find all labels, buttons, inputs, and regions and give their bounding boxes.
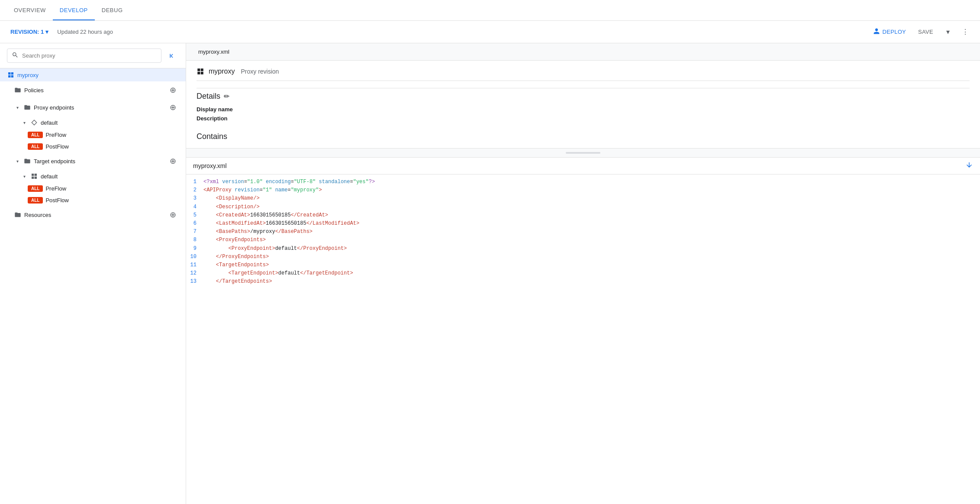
code-line-7: 7 <BasePaths>/myproxy</BasePaths>: [186, 228, 980, 236]
proxy-subtitle: Proxy revision: [241, 68, 279, 75]
tree-item-policies[interactable]: Policies ⊕: [0, 81, 186, 99]
add-target-endpoint-button[interactable]: ⊕: [167, 155, 179, 167]
description-row: Description: [197, 115, 970, 122]
code-line-13: 13 </TargetEndpoints>: [186, 278, 980, 286]
default-proxy-label: default: [41, 120, 179, 126]
code-line-3: 3 <DisplayName/>: [186, 194, 980, 203]
sidebar: myproxy Policies ⊕ ▾ Proxy endpoints ⊕ ▾: [0, 43, 186, 504]
collapse-sidebar-button[interactable]: [165, 49, 179, 63]
details-title: Details ✏: [197, 92, 970, 101]
tab-develop[interactable]: DEVELOP: [53, 1, 95, 20]
revision-button[interactable]: REVISION: 1 ▾: [7, 27, 52, 37]
proxy-endpoints-label: Proxy endpoints: [34, 104, 164, 111]
tree-item-postflow-proxy[interactable]: ALL PostFlow: [0, 141, 186, 152]
myproxy-label: myproxy: [17, 72, 179, 78]
tab-debug[interactable]: DEBUG: [95, 1, 130, 20]
scroll-indicator: [186, 149, 980, 158]
postflow-target-label: PostFlow: [45, 197, 179, 204]
target-endpoints-label: Target endpoints: [34, 158, 164, 165]
code-line-10: 10 </ProxyEndpoints>: [186, 253, 980, 261]
tree-item-target-endpoints[interactable]: ▾ Target endpoints ⊕: [0, 152, 186, 170]
expand-xml-icon[interactable]: [965, 161, 973, 171]
expand-target-endpoints-arrow: ▾: [14, 158, 21, 165]
revision-label: REVISION: 1: [10, 29, 44, 35]
details-section: Details ✏ Display name Description: [197, 92, 970, 122]
tree-item-preflow-target[interactable]: ALL PreFlow: [0, 183, 186, 194]
save-button[interactable]: SAVE: [913, 26, 938, 38]
grid-small-icon: [30, 172, 38, 180]
save-dropdown-button[interactable]: ▾: [940, 24, 956, 40]
tree-item-proxy-endpoints[interactable]: ▾ Proxy endpoints ⊕: [0, 99, 186, 116]
grid-icon: [7, 71, 15, 79]
main-layout: myproxy Policies ⊕ ▾ Proxy endpoints ⊕ ▾: [0, 43, 980, 504]
code-line-4: 4 <Description/>: [186, 203, 980, 211]
policies-label: Policies: [24, 87, 164, 94]
xml-filename: myproxy.xml: [193, 162, 227, 169]
toolbar: REVISION: 1 ▾ Updated 22 hours ago DEPLO…: [0, 21, 980, 43]
folder-icon-proxy-endpoints: [23, 103, 31, 111]
all-badge-postflow-proxy: ALL: [28, 143, 43, 150]
code-line-9: 9 <ProxyEndpoint>default</ProxyEndpoint>: [186, 245, 980, 253]
content-area: myproxy.xml myproxy Proxy revision Detai…: [186, 43, 980, 504]
scrollbar-thumb: [566, 152, 600, 154]
person-icon: [873, 28, 880, 36]
tree-item-default-proxy[interactable]: ▾ default: [0, 116, 186, 129]
deploy-button[interactable]: DEPLOY: [868, 25, 912, 39]
contains-title: Contains: [197, 132, 970, 141]
folder-icon-target-endpoints: [23, 157, 31, 165]
edit-icon[interactable]: ✏: [224, 92, 229, 100]
expand-default-proxy-arrow: ▾: [21, 119, 28, 126]
description-label: Description: [197, 115, 248, 122]
xml-header: myproxy.xml: [186, 158, 980, 174]
proxy-grid-icon: [197, 68, 204, 75]
code-line-12: 12 <TargetEndpoint>default</TargetEndpoi…: [186, 269, 980, 278]
sidebar-search-area: [0, 43, 186, 68]
code-line-11: 11 <TargetEndpoints>: [186, 261, 980, 269]
top-nav: OVERVIEW DEVELOP DEBUG: [0, 0, 980, 21]
code-line-1: 1 <?xml version="1.0" encoding="UTF-8" s…: [186, 178, 980, 186]
postflow-proxy-label: PostFlow: [45, 143, 179, 150]
resources-label: Resources: [24, 212, 164, 218]
deploy-label: DEPLOY: [883, 29, 906, 35]
tree-item-default-target[interactable]: ▾ default: [0, 170, 186, 183]
proxy-name: myproxy: [209, 68, 235, 75]
search-icon: [12, 52, 19, 60]
proxy-header: myproxy Proxy revision: [197, 68, 970, 81]
detail-panel: myproxy Proxy revision Details ✏ Display…: [186, 61, 980, 149]
file-tab-bar: myproxy.xml: [186, 43, 980, 61]
default-target-label: default: [41, 173, 179, 180]
tree-item-resources[interactable]: Resources ⊕: [0, 206, 186, 223]
diamond-icon: [30, 119, 38, 126]
all-badge-postflow-target: ALL: [28, 197, 43, 204]
preflow-target-label: PreFlow: [45, 185, 179, 192]
more-options-button[interactable]: ⋮: [957, 24, 973, 40]
expand-default-target-arrow: ▾: [21, 173, 28, 180]
file-tab-myproxy[interactable]: myproxy.xml: [193, 45, 235, 58]
search-input[interactable]: [22, 52, 157, 59]
code-line-6: 6 <LastModifiedAt>1663015650185</LastMod…: [186, 220, 980, 228]
xml-content: 1 <?xml version="1.0" encoding="UTF-8" s…: [186, 174, 980, 504]
tree-item-myproxy[interactable]: myproxy: [0, 68, 186, 81]
updated-text: Updated 22 hours ago: [57, 29, 113, 35]
toolbar-right: DEPLOY SAVE ▾ ⋮: [868, 24, 973, 40]
expand-proxy-endpoints-arrow: ▾: [14, 104, 21, 111]
code-line-5: 5 <CreatedAt>1663015650185</CreatedAt>: [186, 211, 980, 220]
add-policies-button[interactable]: ⊕: [167, 84, 179, 96]
folder-icon-resources: [14, 211, 22, 219]
xml-panel: myproxy.xml 1 <?xml version="1.0" encodi…: [186, 158, 980, 504]
code-line-2: 2 <APIProxy revision="1" name="myproxy">: [186, 186, 980, 194]
add-proxy-endpoint-button[interactable]: ⊕: [167, 101, 179, 113]
preflow-proxy-label: PreFlow: [45, 132, 179, 138]
folder-icon: [14, 86, 22, 94]
add-resources-button[interactable]: ⊕: [167, 209, 179, 221]
tree-item-postflow-target[interactable]: ALL PostFlow: [0, 194, 186, 206]
search-box[interactable]: [7, 48, 161, 63]
display-name-row: Display name: [197, 106, 970, 113]
tab-overview[interactable]: OVERVIEW: [7, 1, 53, 20]
tree-item-preflow-proxy[interactable]: ALL PreFlow: [0, 129, 186, 141]
code-line-8: 8 <ProxyEndpoints>: [186, 236, 980, 244]
all-badge-preflow-target: ALL: [28, 185, 43, 192]
display-name-label: Display name: [197, 106, 248, 113]
all-badge-preflow-proxy: ALL: [28, 132, 43, 138]
chevron-down-icon[interactable]: ▾: [45, 29, 48, 35]
